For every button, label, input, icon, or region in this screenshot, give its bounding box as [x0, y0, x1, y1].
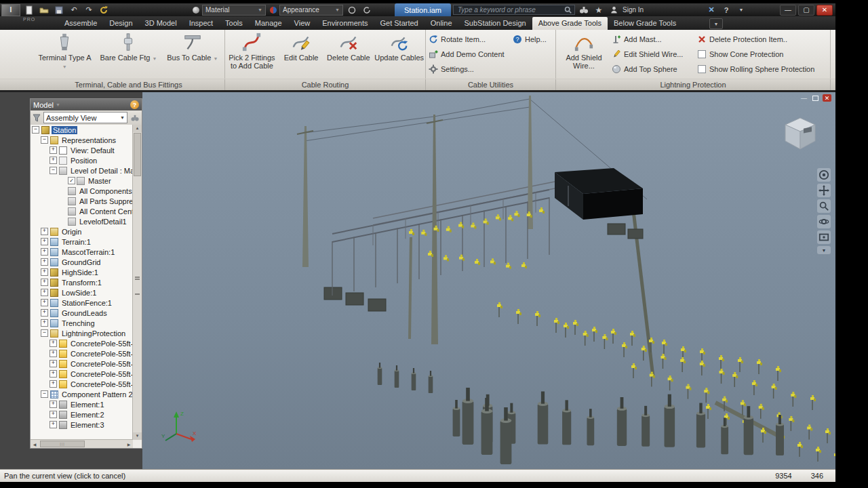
new-file-icon[interactable] — [23, 5, 35, 15]
tree-item-concretepole-55ft-wfo[interactable]: +ConcretePole-55ft-wFo — [31, 359, 133, 369]
show-rolling-sphere-protection-checkbox[interactable]: Show Rolling Sphere Protection — [697, 63, 814, 75]
tree-item-component-pattern-2-1[interactable]: −Component Pattern 2:1 — [31, 389, 133, 399]
minimize-button[interactable]: — — [780, 5, 796, 16]
tree-horizontal-scrollbar[interactable]: ◀ ||| ▶ — [31, 439, 133, 448]
bare-cable-ftg-button[interactable]: Bare Cable Ftg ▼ — [99, 30, 157, 79]
delete-cable-button[interactable]: Delete Cable — [325, 30, 372, 79]
tree-expand-toggle[interactable]: + — [50, 370, 57, 378]
view-cube[interactable] — [778, 110, 822, 153]
or bit-icon[interactable] — [817, 215, 831, 228]
adjust-icon[interactable] — [346, 5, 358, 15]
scroll-up-arrow[interactable]: ▲ — [133, 125, 142, 132]
tab-3d-model[interactable]: 3D Model — [139, 17, 183, 30]
bus-to-cable-button[interactable]: Bus To Cable ▼ — [163, 30, 222, 79]
terminal-type-a-button[interactable]: Terminal Type A ▼ — [35, 30, 94, 79]
tree-item-checkbox[interactable]: ✓ — [68, 177, 75, 184]
assembly-view-select[interactable]: Assembly View ▼ — [43, 112, 127, 123]
tab-manage[interactable]: Manage — [249, 17, 288, 30]
show-cone-protection-checkbox[interactable]: Show Cone Protection — [697, 48, 814, 60]
tree-expand-toggle[interactable]: + — [50, 146, 57, 154]
add-mast-button[interactable]: Add Mast... — [612, 33, 692, 45]
save-icon[interactable] — [53, 5, 65, 15]
tree-item-mascotterrain-1[interactable]: +MascotTerrain:1 — [31, 247, 133, 257]
tree-item-view-default[interactable]: +View: Default — [31, 145, 133, 155]
keyword-search-field[interactable] — [453, 5, 575, 15]
scroll-left-arrow[interactable]: ◀ — [31, 442, 39, 447]
tree-expand-toggle[interactable]: + — [50, 380, 57, 388]
tree-item-all-components-sup[interactable]: +All Components Sup — [31, 186, 133, 196]
edit-shield-wire-button[interactable]: Edit Shield Wire... — [612, 48, 692, 60]
help-button[interactable]: ? Help... — [513, 33, 547, 45]
tree-item-all-content-center-s[interactable]: +All Content Center S — [31, 206, 133, 216]
document-tab-station[interactable]: Station.iam — [395, 3, 451, 16]
sign-in-button[interactable]: Sign In — [623, 6, 644, 14]
doc-restore-button[interactable] — [811, 94, 820, 102]
tree-item-all-parts-suppresse[interactable]: +All Parts Suppresse — [31, 196, 133, 206]
viewport-3d-scene[interactable] — [142, 92, 835, 469]
tree-item-highside-1[interactable]: +HighSide:1 — [31, 267, 133, 277]
tree-expand-toggle[interactable]: + — [41, 289, 48, 296]
search-input[interactable] — [456, 5, 561, 14]
tree-item-concretepole-55ft-wfo[interactable]: +ConcretePole-55ft-wFo — [31, 338, 133, 348]
tree-item-element-2[interactable]: +Element:2 — [31, 409, 133, 420]
browser-help-button[interactable]: ? — [130, 100, 139, 109]
tree-expand-toggle[interactable]: + — [41, 238, 48, 245]
tree-expand-toggle[interactable]: + — [41, 309, 48, 317]
navbar-more-icon[interactable]: ▼ — [817, 246, 831, 254]
pan-icon[interactable] — [817, 184, 831, 197]
tree-expand-toggle[interactable]: + — [41, 248, 48, 256]
tab-substation-design[interactable]: SubStation Design — [458, 17, 532, 30]
tree-expand-toggle[interactable]: + — [41, 279, 48, 286]
tree-expand-toggle[interactable]: − — [41, 329, 48, 337]
tab-view[interactable]: View — [288, 17, 317, 30]
tree-expand-toggle[interactable]: − — [50, 167, 57, 174]
tree-expand-toggle[interactable]: − — [41, 390, 48, 398]
tree-expand-toggle[interactable]: + — [50, 157, 57, 164]
add-top-sphere-button[interactable]: Add Top Sphere — [612, 63, 692, 75]
binoculars-icon[interactable] — [578, 5, 590, 15]
chevron-down-icon[interactable]: ▼ — [735, 5, 747, 15]
scroll-right-arrow[interactable]: ▶ — [125, 442, 133, 447]
tree-item-representations[interactable]: −Representations — [31, 135, 133, 145]
find-binoculars-icon[interactable] — [130, 114, 140, 122]
appearance-select[interactable]: Appearance ▼ — [279, 5, 343, 16]
tree-expand-toggle[interactable]: − — [32, 126, 39, 134]
tree-item-lowside-1[interactable]: +LowSide:1 — [31, 287, 133, 298]
infocenter-x-icon[interactable]: ✕ — [705, 5, 717, 15]
doc-close-button[interactable]: ✕ — [823, 94, 831, 102]
tab-assemble[interactable]: Assemble — [58, 17, 103, 30]
app-logo[interactable]: I — [1, 4, 20, 16]
tree-item-concretepole-55ft-wfo[interactable]: +ConcretePole-55ft-wFo — [31, 348, 133, 359]
open-icon[interactable] — [38, 5, 50, 15]
tab-tools[interactable]: Tools — [219, 17, 249, 30]
scrollbar-thumb[interactable] — [134, 133, 141, 176]
tab-below-grade-tools[interactable]: Below Grade Tools — [608, 17, 682, 30]
tab-online[interactable]: Online — [425, 17, 458, 30]
tree-item-position[interactable]: +Position — [31, 155, 133, 165]
tree-item-groundgrid[interactable]: +GroundGrid — [31, 257, 133, 267]
tree-expand-toggle[interactable]: + — [50, 421, 57, 428]
settings-button[interactable]: Settings... — [429, 63, 507, 75]
pick-2-fittings-button[interactable]: Pick 2 Fittings to Add Cable — [226, 30, 277, 79]
edit-cable-button[interactable]: Edit Cable — [279, 30, 323, 79]
update-icon[interactable] — [98, 5, 110, 15]
tree-item-element-1[interactable]: +Element:1 — [31, 399, 133, 409]
filter-icon[interactable] — [33, 114, 41, 122]
tree-item-stationfence-1[interactable]: +StationFence:1 — [31, 298, 133, 308]
tree-expand-toggle[interactable]: + — [50, 340, 57, 347]
tree-item-element-3[interactable]: +Element:3 — [31, 420, 133, 430]
undo-icon[interactable]: ↶ — [68, 5, 80, 15]
tree-expand-toggle[interactable]: − — [41, 136, 48, 144]
tree-expand-toggle[interactable]: + — [41, 228, 48, 235]
tree-item-concretepole-55ft-wfo[interactable]: +ConcretePole-55ft-wFo — [31, 369, 133, 379]
search-icon[interactable] — [564, 6, 572, 14]
scrollbar-thumb[interactable]: ||| — [40, 441, 85, 447]
sync-icon[interactable] — [361, 5, 373, 15]
tree-item-master[interactable]: +✓Master — [31, 176, 133, 186]
tree-item-transform-1[interactable]: +Transform:1 — [31, 277, 133, 287]
tab-inspect[interactable]: Inspect — [183, 17, 219, 30]
star-icon[interactable]: ★ — [593, 5, 605, 15]
tab-design[interactable]: Design — [103, 17, 138, 30]
look-at-icon[interactable] — [817, 230, 831, 244]
maximize-button[interactable]: ▢ — [798, 5, 814, 16]
